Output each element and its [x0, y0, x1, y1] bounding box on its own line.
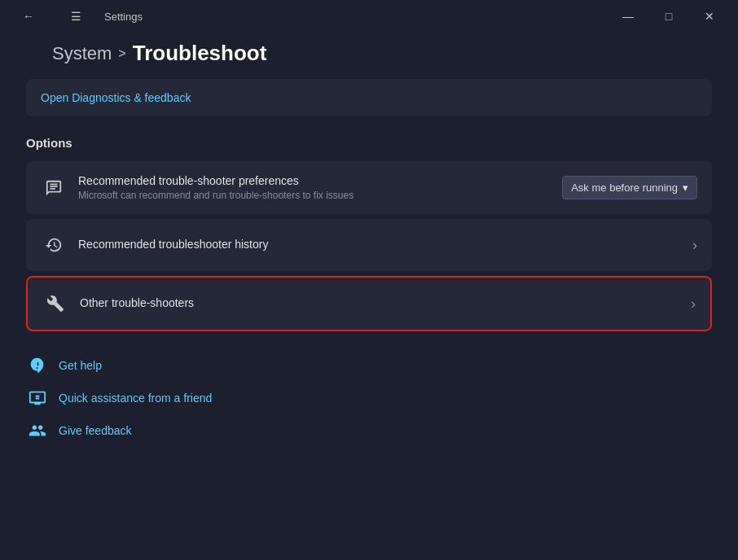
- get-help-label: Get help: [59, 359, 102, 372]
- footer-links: Get help Quick assistance from a friend …: [26, 354, 712, 442]
- maximize-button[interactable]: □: [650, 4, 687, 28]
- menu-button[interactable]: ☰: [57, 4, 94, 28]
- window-controls: — □ ✕: [609, 4, 728, 28]
- other-troubleshooters-right: ›: [691, 295, 696, 313]
- get-help-item[interactable]: Get help: [26, 354, 712, 377]
- recommended-prefs-card[interactable]: Recommended trouble-shooter preferences …: [26, 161, 712, 214]
- quick-assistance-label: Quick assistance from a friend: [59, 392, 212, 405]
- other-troubleshooters-card[interactable]: Other trouble-shooters ›: [26, 276, 712, 331]
- dropdown-value: Ask me before running: [571, 182, 678, 194]
- other-troubleshooters-title: Other trouble-shooters: [80, 296, 691, 309]
- quick-assistance-icon: [26, 387, 49, 409]
- breadcrumb-current: Troubleshoot: [133, 41, 267, 66]
- minimize-button[interactable]: —: [609, 4, 647, 28]
- troubleshooter-history-title: Recommended troubleshooter history: [78, 238, 692, 251]
- recommended-prefs-right: Ask me before running ▾: [562, 176, 697, 199]
- breadcrumb-system[interactable]: System: [52, 43, 112, 64]
- title-bar-left: ← ☰ Settings: [10, 4, 143, 28]
- dropdown-chevron-icon: ▾: [683, 182, 688, 194]
- other-troubleshooters-chevron-right-icon: ›: [691, 295, 696, 313]
- history-icon: [41, 232, 67, 258]
- recommended-prefs-subtitle: Microsoft can recommend and run trouble-…: [78, 190, 562, 201]
- get-help-icon: [26, 354, 49, 377]
- wrench-icon: [42, 291, 68, 317]
- title-bar: ← ☰ Settings — □ ✕: [0, 0, 738, 33]
- troubleshooter-history-text: Recommended troubleshooter history: [78, 238, 692, 253]
- open-diagnostics-link[interactable]: Open Diagnostics & feedback: [41, 91, 191, 104]
- app-title: Settings: [104, 11, 143, 23]
- content-area: System > Troubleshoot Open Diagnostics &…: [0, 33, 738, 560]
- recommended-prefs-title: Recommended trouble-shooter preferences: [78, 174, 562, 187]
- give-feedback-label: Give feedback: [59, 424, 132, 437]
- close-button[interactable]: ✕: [691, 4, 728, 28]
- give-feedback-icon: [26, 419, 49, 442]
- ask-before-running-dropdown[interactable]: Ask me before running ▾: [562, 176, 697, 199]
- breadcrumb: System > Troubleshoot: [26, 33, 712, 79]
- troubleshooter-history-card[interactable]: Recommended troubleshooter history ›: [26, 219, 712, 271]
- options-heading: Options: [26, 136, 712, 150]
- quick-assistance-item[interactable]: Quick assistance from a friend: [26, 387, 712, 409]
- options-section: Options Recommended trouble-shooter pref…: [26, 136, 712, 331]
- chat-icon: [41, 175, 67, 201]
- history-chevron-right-icon: ›: [692, 237, 697, 254]
- breadcrumb-chevron-icon: >: [118, 46, 125, 61]
- other-troubleshooters-text: Other trouble-shooters: [80, 296, 691, 312]
- diagnostics-section: Open Diagnostics & feedback: [26, 79, 712, 116]
- give-feedback-item[interactable]: Give feedback: [26, 419, 712, 442]
- history-right: ›: [692, 237, 697, 254]
- back-button[interactable]: ←: [10, 4, 47, 28]
- recommended-prefs-text: Recommended trouble-shooter preferences …: [78, 174, 562, 201]
